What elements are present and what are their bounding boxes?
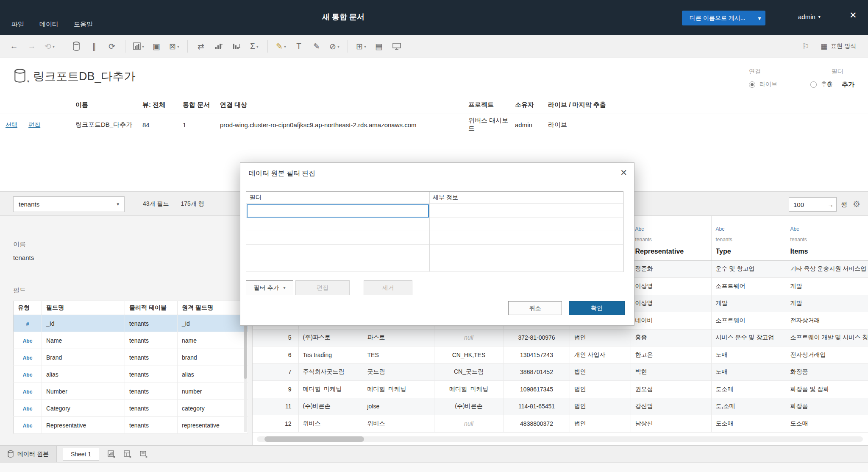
fields-header-row: 유형 필드명 물리적 테이블 원격 필드명 bbox=[14, 301, 248, 315]
cancel-button[interactable]: 취소 bbox=[508, 301, 562, 315]
cell-representative: 이상영 bbox=[631, 295, 711, 312]
filter-row[interactable] bbox=[246, 258, 623, 272]
field-row[interactable]: Abc Representative tenants representativ… bbox=[14, 417, 248, 434]
extract-radio[interactable] bbox=[810, 81, 817, 88]
field-row[interactable]: # _Id tenants _id bbox=[14, 315, 248, 332]
run-updates-icon[interactable]: ⟳ bbox=[104, 38, 120, 54]
gear-icon[interactable]: ⚙ bbox=[853, 199, 860, 209]
row-limit-go-icon[interactable]: → bbox=[825, 197, 837, 212]
undo-icon[interactable]: ← bbox=[6, 38, 22, 54]
select-link[interactable]: 선택 bbox=[6, 121, 17, 128]
new-story-tab-icon[interactable] bbox=[138, 449, 149, 460]
clear-sheet-icon[interactable]: ⊠▾ bbox=[166, 38, 182, 54]
chevron-down-icon: ▾ bbox=[117, 201, 119, 207]
show-labels-icon[interactable]: T bbox=[291, 38, 307, 54]
cell-representative: 박현 bbox=[631, 363, 711, 381]
pause-updates-icon[interactable]: ∥ bbox=[86, 38, 102, 54]
grid-horizontal-scrollbar[interactable] bbox=[257, 436, 863, 442]
new-data-source-icon[interactable] bbox=[68, 38, 84, 54]
sort-ascending-icon[interactable] bbox=[211, 38, 227, 54]
column-divider bbox=[429, 192, 430, 271]
filter-row[interactable] bbox=[246, 231, 623, 245]
cell-physical-table: tenants bbox=[125, 366, 178, 383]
dialog-close-icon[interactable]: ✕ bbox=[620, 168, 627, 178]
redo-icon[interactable]: → bbox=[24, 38, 40, 54]
add-filter-label: 필터 추가 bbox=[254, 284, 279, 292]
details-column-header: 세부 정보 bbox=[429, 194, 458, 201]
cell-remote-name: name bbox=[178, 332, 248, 349]
clear-format-icon[interactable]: ⊘▾ bbox=[326, 38, 342, 54]
cell-workbooks: 1 bbox=[177, 114, 214, 136]
field-row[interactable]: Abc Number tenants number bbox=[14, 383, 248, 400]
replay-glyph: ⟲ bbox=[45, 42, 51, 51]
left-panel: 이름 tenants 필드 유형 필드명 물리적 테이블 원격 필드명 # _I… bbox=[0, 216, 253, 445]
datasource-db-icon[interactable] bbox=[14, 69, 26, 84]
grid-col-items[interactable]: AbctenantsItems bbox=[786, 216, 868, 260]
row-number: 11 bbox=[253, 398, 298, 415]
edit-link[interactable]: 편집 bbox=[28, 121, 40, 128]
filter-row[interactable] bbox=[246, 245, 623, 258]
show-me-button[interactable]: ▦ 표현 방식 bbox=[821, 42, 856, 51]
row-limit-input[interactable] bbox=[789, 198, 825, 211]
field-label: Items bbox=[790, 248, 864, 255]
grid-col-type[interactable]: AbctenantsType bbox=[711, 216, 786, 260]
ok-button[interactable]: 확인 bbox=[569, 301, 625, 315]
show-cards-icon[interactable]: ▤ bbox=[371, 38, 387, 54]
new-dashboard-tab-icon[interactable] bbox=[122, 449, 133, 460]
tab-sheet1[interactable]: Sheet 1 bbox=[63, 448, 99, 461]
edit-filter-button[interactable]: 편집 bbox=[295, 280, 350, 295]
publish-label[interactable]: 다른 이름으로 게시... bbox=[682, 11, 753, 25]
remove-filter-button[interactable]: 제거 bbox=[364, 280, 412, 295]
cell-field-name: Category bbox=[42, 400, 125, 417]
new-worksheet-icon[interactable]: ▾ bbox=[131, 38, 147, 54]
close-icon[interactable]: ✕ bbox=[849, 10, 857, 20]
type-glyph: Abc bbox=[23, 372, 33, 378]
share-icon[interactable]: ⚐ bbox=[798, 38, 814, 54]
datasource-menu-caret-icon[interactable]: ▾ bbox=[27, 79, 29, 84]
user-menu[interactable]: admin ▾ bbox=[798, 13, 821, 20]
publish-button[interactable]: 다른 이름으로 게시... ▾ bbox=[682, 11, 765, 25]
totals-icon[interactable]: Σ▾ bbox=[246, 38, 262, 54]
grid-col-representative[interactable]: AbctenantsRepresentative bbox=[631, 216, 711, 260]
col-live: 라이브 / 마지막 추출 bbox=[542, 97, 868, 114]
cell-field-name: Number bbox=[42, 383, 125, 400]
grid-scrollbar-thumb[interactable] bbox=[264, 436, 364, 442]
cell-project: 위버스 대시보드 bbox=[463, 114, 509, 136]
filter-row[interactable] bbox=[246, 218, 623, 231]
tab-datasource[interactable]: 데이터 원본 bbox=[0, 446, 57, 462]
fields-scrollbar[interactable] bbox=[244, 315, 247, 432]
new-worksheet-tab-icon[interactable] bbox=[106, 449, 117, 460]
user-name: admin bbox=[798, 13, 815, 20]
fit-menu-icon[interactable]: ⊞▾ bbox=[353, 38, 369, 54]
presentation-mode-icon[interactable] bbox=[389, 38, 405, 54]
grid-row: 11 (주)바른손 jolse (주)바른손 114-81-65451 법인 강… bbox=[253, 398, 868, 415]
row-number: 6 bbox=[253, 346, 298, 364]
field-row[interactable]: Abc Brand tenants brand bbox=[14, 349, 248, 366]
filter-name-input[interactable] bbox=[247, 204, 429, 218]
cell-alias: CN_굿드림 bbox=[434, 363, 504, 381]
field-row[interactable]: Abc Category tenants category bbox=[14, 400, 248, 417]
table-selector[interactable]: tenants ▾ bbox=[13, 196, 125, 212]
cell-name: 위버스 bbox=[298, 415, 363, 433]
row-number: 5 bbox=[253, 329, 298, 346]
rows-label: 행 bbox=[841, 201, 847, 209]
sort-descending-icon[interactable] bbox=[228, 38, 245, 54]
swap-rows-columns-icon[interactable]: ⇄ bbox=[193, 38, 209, 54]
cell-type: 도소매 bbox=[711, 415, 786, 433]
table-name-value[interactable]: tenants bbox=[13, 254, 34, 261]
add-filter-button[interactable]: 필터 추가 ▾ bbox=[246, 280, 293, 295]
duplicate-icon[interactable]: ▣ bbox=[148, 38, 164, 54]
live-radio[interactable] bbox=[749, 81, 755, 88]
format-icon[interactable]: ✎ bbox=[309, 38, 325, 54]
edit-datasource-filters-dialog: 데이터 원본 필터 편집 ✕ 필터 세부 정보 필터 추가 ▾ 편집 제거 취소… bbox=[240, 162, 634, 326]
fields-count: 43개 필드 bbox=[143, 200, 169, 208]
publish-caret-icon[interactable]: ▾ bbox=[753, 11, 765, 25]
field-row[interactable]: Abc alias tenants alias bbox=[14, 366, 248, 383]
cell-representative: 강신범 bbox=[631, 398, 711, 415]
highlight-icon[interactable]: ✎▾ bbox=[273, 38, 289, 54]
cell-name: (주)바른손 bbox=[298, 398, 363, 415]
filter-add-link[interactable]: 추가 bbox=[842, 81, 854, 89]
rows-count: 175개 행 bbox=[181, 200, 204, 208]
field-row[interactable]: Abc Name tenants name bbox=[14, 332, 248, 349]
replay-icon[interactable]: ⟲▾ bbox=[42, 38, 58, 54]
